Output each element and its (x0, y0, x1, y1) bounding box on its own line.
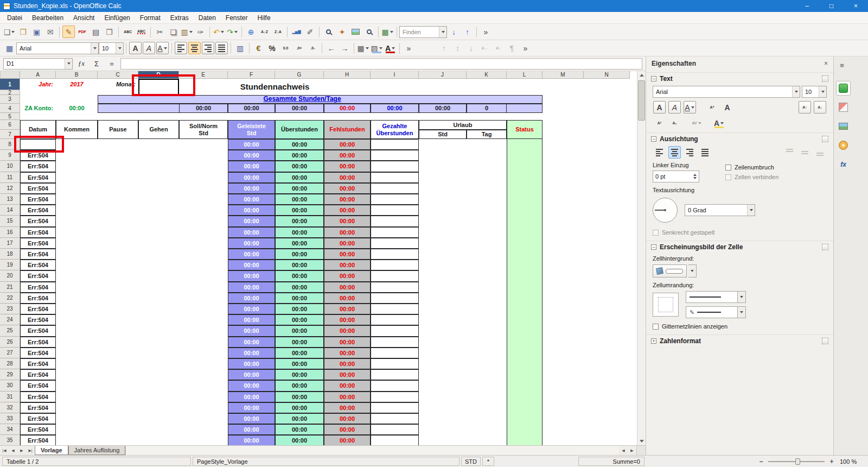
cell-I17[interactable] (371, 238, 419, 249)
hyperlink-icon[interactable]: ⊕ (245, 26, 257, 38)
menu-bearbeiten[interactable]: Bearbeiten (27, 13, 68, 23)
spinner-arrows[interactable] (693, 174, 697, 179)
paragraph-icon[interactable]: ¶ (506, 42, 518, 54)
cell-I16[interactable] (371, 227, 419, 238)
cell-E4[interactable]: 00:00 (179, 104, 228, 113)
save-icon[interactable]: ▣ (30, 26, 43, 38)
sheet-tab-1[interactable]: Jahres Auflistung (68, 446, 126, 455)
redo-dropdown-icon[interactable] (234, 26, 238, 38)
cell-A16[interactable]: Err:504 (20, 227, 56, 238)
sidebar-align-right-icon[interactable] (684, 146, 696, 159)
print-icon[interactable]: ▤ (90, 26, 102, 38)
row-header-31[interactable]: 31 (0, 392, 20, 402)
cell-G17[interactable]: 00:00 (275, 238, 324, 249)
cell-H23[interactable]: 00:00 (324, 304, 371, 314)
navigator-deck-icon[interactable]: ✦ (836, 138, 851, 153)
cell-G23[interactable]: 00:00 (275, 304, 324, 314)
new-document-icon[interactable]: ❏ (3, 26, 16, 38)
cell-F11[interactable]: 00:00 (228, 172, 275, 183)
cell-H22[interactable]: 00:00 (324, 293, 371, 304)
cell-A1[interactable]: Jahr: (20, 79, 56, 90)
cell-H32[interactable]: 00:00 (324, 402, 371, 413)
cell-G8[interactable]: 00:00 (275, 139, 324, 150)
cell-F30[interactable]: 00:00 (228, 380, 275, 391)
cell-A28[interactable]: Err:504 (20, 358, 56, 369)
cell-A17[interactable]: Err:504 (20, 238, 56, 249)
cell-A19[interactable]: Err:504 (20, 260, 56, 270)
cell-H28[interactable]: 00:00 (324, 358, 371, 369)
cell-A12[interactable]: Err:504 (20, 183, 56, 194)
cell-H4[interactable]: 00:00 (324, 104, 371, 113)
alignment-section-options-icon[interactable] (822, 136, 828, 142)
underline-dropdown-icon[interactable] (163, 42, 168, 54)
undo-dropdown-icon[interactable] (220, 26, 225, 38)
cell-A27[interactable]: Err:504 (20, 348, 56, 358)
row-header-2[interactable]: 2 (0, 90, 20, 95)
collapse-icon[interactable]: − (651, 244, 656, 250)
row-header-28[interactable]: 28 (0, 358, 20, 369)
line-color-button[interactable]: ✎ (686, 306, 738, 318)
font-name-combo[interactable]: Arial (16, 42, 99, 54)
cell-I19[interactable] (371, 260, 419, 270)
cell-G24[interactable]: 00:00 (275, 314, 324, 325)
sidebar-italic-icon[interactable]: A (668, 101, 681, 113)
number-format-section-options-icon[interactable] (822, 338, 828, 344)
cell-A22[interactable]: Err:504 (20, 293, 56, 304)
find-replace-icon[interactable] (322, 26, 335, 38)
row-header-6[interactable]: 6 (0, 120, 20, 130)
data-sources-icon[interactable]: ▦ (381, 26, 394, 38)
merge-cells-checkbox[interactable]: Zellen verbinden (725, 172, 827, 182)
edit-file-icon[interactable]: ✎ (62, 26, 75, 38)
hscroll-right-icon[interactable]: ▶ (628, 446, 636, 455)
row-header-15[interactable]: 15 (0, 216, 20, 226)
cell-G10[interactable]: 00:00 (275, 161, 324, 172)
cell-H20[interactable]: 00:00 (324, 270, 371, 281)
row-header-22[interactable]: 22 (0, 293, 20, 304)
sidebar-valign-middle-icon[interactable] (799, 146, 811, 159)
cell-H18[interactable]: 00:00 (324, 249, 371, 260)
column-header-A[interactable]: A (20, 71, 56, 79)
sidebar-underline-dropdown-icon[interactable] (691, 102, 695, 113)
selection-mode[interactable]: STD (461, 457, 481, 466)
cell-I8[interactable] (371, 139, 419, 150)
menu-hilfe[interactable]: Hilfe (253, 13, 276, 23)
cell-A15[interactable]: Err:504 (20, 216, 56, 226)
horizontal-scrollbar[interactable] (125, 446, 619, 455)
cell-G14[interactable]: 00:00 (275, 205, 324, 216)
borders-icon[interactable]: ▦ (357, 42, 369, 54)
cell-G13[interactable]: 00:00 (275, 194, 324, 205)
cell-F18[interactable]: 00:00 (228, 249, 275, 260)
cell-I26[interactable] (371, 337, 419, 348)
text-direction-ttb-icon[interactable]: A↓ (492, 42, 505, 54)
cell-G12[interactable]: 00:00 (275, 183, 324, 194)
cell-H16[interactable]: 00:00 (324, 227, 371, 238)
cell-G20[interactable]: 00:00 (275, 270, 324, 281)
row-header-23[interactable]: 23 (0, 304, 20, 314)
row-header-12[interactable]: 12 (0, 183, 20, 194)
cell-F26[interactable]: 00:00 (228, 337, 275, 348)
cell-I4[interactable]: 00:00 (371, 104, 419, 113)
decrease-indent-icon[interactable]: ← (325, 42, 337, 54)
column-header-J[interactable]: J (419, 71, 467, 79)
cell-A30[interactable]: Err:504 (20, 380, 56, 391)
borders-dropdown-icon[interactable] (365, 42, 369, 54)
row-header-4[interactable]: 4 (0, 104, 20, 113)
zoom-slider-thumb[interactable] (795, 458, 800, 465)
zoom-in-icon[interactable]: + (828, 458, 835, 465)
find-dropdown-icon[interactable] (439, 27, 446, 37)
cell-A11[interactable]: Err:504 (20, 172, 56, 183)
cell-H15[interactable]: 00:00 (324, 216, 371, 226)
cell-B1[interactable]: 2017 (56, 79, 98, 90)
cell-H21[interactable]: 00:00 (324, 282, 371, 293)
row-header-26[interactable]: 26 (0, 337, 20, 348)
line-color-dropdown-icon[interactable] (738, 306, 746, 318)
sum-icon[interactable]: Σ (90, 58, 103, 70)
paste-icon[interactable]: ▥ (181, 26, 193, 38)
cell-F10[interactable]: 00:00 (228, 161, 275, 172)
sheet-tab-0[interactable]: Vorlage (35, 446, 68, 455)
show-gridlines-checkbox[interactable]: Gitternetzlinien anzeigen (653, 321, 727, 331)
row-header-17[interactable]: 17 (0, 238, 20, 249)
cell-G35[interactable]: 00:00 (275, 435, 324, 445)
cell-I35[interactable] (371, 435, 419, 445)
toolbar-more3-icon[interactable]: » (519, 42, 532, 54)
